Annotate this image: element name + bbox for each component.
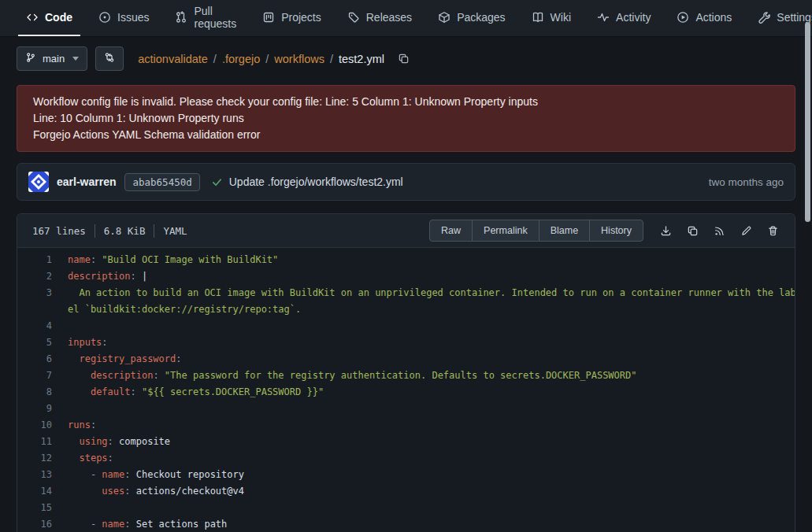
tab-projects[interactable]: Projects — [254, 0, 329, 36]
breadcrumb: actionvalidate/.forgejo/workflows/test2.… — [138, 53, 384, 65]
git-compare-icon — [104, 52, 115, 65]
delete-icon[interactable] — [767, 225, 779, 237]
tab-label: Releases — [366, 11, 412, 24]
copy-icon[interactable] — [687, 225, 699, 237]
file-meta-item: 167 lines — [32, 225, 86, 237]
pulse-icon — [597, 11, 610, 24]
commit-author[interactable]: earl-warren — [57, 175, 116, 188]
line-number[interactable]: 6 — [17, 351, 52, 368]
line-number[interactable]: 8 — [17, 384, 52, 401]
line-number[interactable]: 4 — [17, 318, 52, 334]
error-line: Workflow config file is invalid. Please … — [33, 94, 779, 110]
commit-message[interactable]: Update .forgejo/workflows/test2.yml — [229, 175, 403, 188]
line-number[interactable]: 7 — [17, 368, 52, 384]
line-content: runs: — [68, 417, 96, 434]
file-meta-item: 6.8 KiB — [104, 225, 146, 237]
breadcrumb-separator: / — [213, 53, 217, 65]
line-number[interactable]: 15 — [17, 500, 52, 516]
line-content: An action to build an OCI image with Bui… — [68, 285, 795, 301]
file-view-buttons: RawPermalinkBlameHistory — [429, 220, 643, 242]
line-number[interactable]: 11 — [17, 434, 52, 450]
breadcrumb-item--forgejo[interactable]: .forgejo — [222, 53, 260, 65]
permalink-button[interactable]: Permalink — [472, 220, 539, 242]
commit-status-check-icon[interactable] — [211, 176, 223, 188]
line-content: uses: actions/checkout@v4 — [68, 483, 244, 500]
line-number[interactable]: 14 — [17, 483, 52, 500]
chevron-down-icon — [72, 57, 79, 61]
code-line: 4 — [17, 318, 795, 334]
breadcrumb-item-test2-yml: test2.yml — [339, 53, 384, 65]
code-line: 9 — [17, 401, 795, 417]
projects-icon — [262, 11, 275, 24]
meta-divider — [154, 224, 154, 238]
tab-releases[interactable]: Releases — [339, 0, 420, 36]
compare-button[interactable] — [95, 46, 124, 71]
history-button[interactable]: History — [589, 220, 643, 242]
tab-label: Code — [45, 11, 72, 24]
line-number[interactable]: 5 — [17, 334, 52, 351]
code-line: 8 default: "${{ secrets.DOCKER_PASSWORD … — [17, 384, 795, 401]
commit-hash-badge[interactable]: abab65450d — [124, 173, 199, 191]
line-number[interactable] — [17, 301, 52, 318]
error-line: Line: 10 Column 1: Unknown Property runs — [33, 110, 779, 127]
tag-icon — [347, 11, 360, 24]
code-line: 6 registry_password: — [17, 351, 795, 368]
scrollbar-thumb[interactable] — [805, 22, 810, 222]
pull-request-icon — [175, 11, 187, 24]
breadcrumb-item-workflows[interactable]: workflows — [274, 53, 324, 65]
line-content: description: | — [68, 268, 147, 285]
line-content: default: "${{ secrets.DOCKER_PASSWORD }}… — [68, 384, 324, 401]
line-number[interactable]: 2 — [17, 268, 52, 285]
edit-icon[interactable] — [740, 225, 752, 237]
tab-actions[interactable]: Actions — [669, 0, 740, 36]
tab-pull-requests[interactable]: Pull requests — [167, 0, 244, 36]
file-view: 167 lines6.8 KiBYAML RawPermalinkBlameHi… — [17, 213, 795, 532]
tab-activity[interactable]: Activity — [589, 0, 658, 36]
line-number[interactable]: 1 — [17, 252, 52, 268]
branch-selector[interactable]: main — [17, 46, 87, 71]
rss-icon[interactable] — [714, 225, 725, 237]
code-line: 13 - name: Checkout repository — [17, 467, 795, 483]
tab-settings[interactable]: Settings — [750, 0, 812, 36]
code-line: 15 — [17, 500, 795, 516]
breadcrumb-separator: / — [265, 53, 269, 65]
package-icon — [438, 11, 450, 24]
meta-divider — [95, 224, 95, 238]
tab-code[interactable]: Code — [18, 0, 80, 36]
line-content: name: "Build OCI Image with BuildKit" — [68, 252, 278, 268]
tab-label: Wiki — [551, 11, 571, 24]
branch-name: main — [43, 53, 65, 65]
line-number[interactable]: 16 — [17, 516, 52, 532]
commit-time: two months ago — [709, 176, 784, 188]
line-number[interactable]: 9 — [17, 401, 52, 417]
line-number[interactable]: 13 — [17, 467, 52, 483]
tab-label: Packages — [457, 11, 505, 24]
tab-wiki[interactable]: Wiki — [524, 0, 579, 36]
code-line: 11 using: composite — [17, 434, 795, 450]
line-number[interactable]: 3 — [17, 285, 52, 301]
file-header: 167 lines6.8 KiBYAML RawPermalinkBlameHi… — [17, 214, 795, 248]
code-line: 10runs: — [17, 417, 795, 434]
commit-bar: earl-warren abab65450d Update .forgejo/w… — [17, 163, 795, 201]
branch-breadcrumb-row: main actionvalidate/.forgejo/workflows/t… — [0, 37, 812, 79]
line-content: - name: Set actions path — [68, 516, 227, 532]
line-content: inputs: — [68, 334, 108, 351]
book-icon — [532, 11, 544, 24]
blame-button[interactable]: Blame — [539, 220, 590, 242]
tab-label: Activity — [616, 11, 651, 24]
tab-label: Projects — [281, 11, 321, 24]
breadcrumb-item-actionvalidate[interactable]: actionvalidate — [138, 53, 208, 65]
copy-path-icon[interactable] — [398, 53, 410, 65]
line-number[interactable]: 12 — [17, 450, 52, 467]
file-meta-item: YAML — [163, 225, 187, 237]
line-content: - name: Checkout repository — [68, 467, 244, 483]
avatar[interactable] — [28, 172, 49, 192]
line-number[interactable]: 10 — [17, 417, 52, 434]
tab-issues[interactable]: Issues — [91, 0, 157, 36]
tab-packages[interactable]: Packages — [430, 0, 513, 36]
download-icon[interactable] — [660, 225, 672, 237]
file-action-icons — [660, 225, 779, 237]
tab-label: Actions — [695, 11, 732, 24]
code-line: el `buildkit:docker://registry/repo:tag`… — [17, 301, 795, 318]
raw-button[interactable]: Raw — [429, 220, 473, 242]
